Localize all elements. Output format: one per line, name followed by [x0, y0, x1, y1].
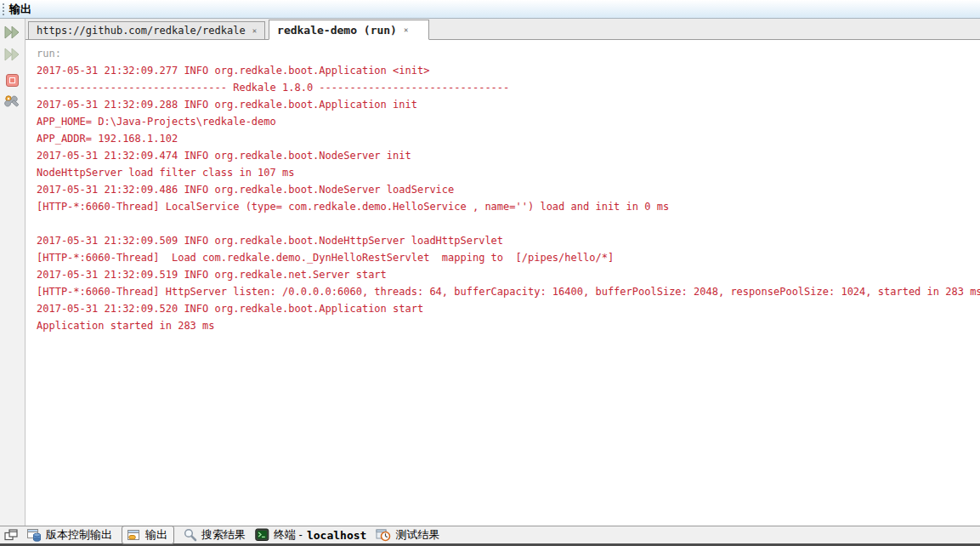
wrench-settings-icon: [4, 94, 21, 111]
tab-redkale-demo-run[interactable]: redkale-demo (run) ✕: [269, 20, 429, 40]
console-line: 2017-05-31 21:32:09.288 INFO org.redkale…: [37, 96, 980, 113]
view-output-selected[interactable]: 输出: [122, 526, 174, 544]
double-arrow-rerun-icon: [3, 25, 22, 40]
vcs-output-label: 版本控制输出: [46, 527, 112, 543]
tab-bar: https://github.com/redkale/redkale ✕ red…: [25, 19, 980, 40]
terminal-icon: [255, 528, 269, 542]
terminal-label: 终端 -: [274, 527, 303, 543]
view-search-results[interactable]: 搜索结果: [184, 527, 246, 543]
stop-icon: [6, 74, 19, 87]
rerun-stopped-button[interactable]: [3, 45, 23, 64]
console-line: Application started in 283 ms: [37, 317, 980, 334]
float-window-button[interactable]: [4, 529, 18, 541]
console-line: 2017-05-31 21:32:09.509 INFO org.redkale…: [37, 232, 980, 249]
console-line: 2017-05-31 21:32:09.474 INFO org.redkale…: [37, 147, 980, 164]
console-line: run:: [37, 45, 980, 62]
console-line: ------------------------------- Redkale …: [37, 79, 980, 96]
tab-label: https://github.com/redkale/redkale: [37, 25, 246, 37]
console-line: [37, 215, 980, 232]
tab-github-url[interactable]: https://github.com/redkale/redkale ✕: [28, 21, 265, 39]
output-view-icon: [127, 528, 141, 542]
console-line: 2017-05-31 21:32:09.277 INFO org.redkale…: [37, 62, 980, 79]
view-vcs-output[interactable]: 版本控制输出: [27, 527, 112, 543]
rerun-button[interactable]: [3, 23, 23, 42]
console-line: APP_ADDR= 192.168.1.102: [37, 130, 980, 147]
console-line: 2017-05-31 21:32:09.486 INFO org.redkale…: [37, 181, 980, 198]
console-line: 2017-05-31 21:32:09.520 INFO org.redkale…: [37, 300, 980, 317]
search-icon: [184, 528, 197, 542]
output-window: 输出: [0, 0, 980, 546]
output-panel-header: 输出: [0, 0, 980, 19]
close-icon[interactable]: ✕: [252, 26, 257, 35]
terminal-host-label: localhost: [307, 529, 366, 542]
console-action-rail: [0, 19, 25, 526]
close-icon[interactable]: ✕: [404, 26, 408, 34]
view-terminal-localhost[interactable]: 终端 - localhost: [255, 527, 366, 543]
panel-title: 输出: [9, 2, 31, 17]
drag-grip-icon[interactable]: [3, 3, 4, 15]
console-line: 2017-05-31 21:32:09.519 INFO org.redkale…: [37, 266, 980, 283]
console-line: NodeHttpServer load filter class in 107 …: [37, 164, 980, 181]
settings-button[interactable]: [3, 93, 23, 111]
console-line: [HTTP-*:6060-Thread] HttpServer listen: …: [37, 283, 980, 300]
console-line: APP_HOME= D:\Java-Projects\redkale-demo: [37, 113, 980, 130]
dock-windows-icon: [4, 529, 18, 541]
console-line: [HTTP-*:6060-Thread] Load com.redkale.de…: [37, 249, 980, 266]
test-results-icon: [376, 528, 391, 542]
status-bar: 版本控制输出 输出 搜索结果 终端 -: [0, 526, 980, 546]
view-test-results[interactable]: 测试结果: [376, 527, 439, 543]
console-line: [HTTP-*:6060-Thread] LocalService (type=…: [37, 198, 980, 215]
stop-button[interactable]: [3, 71, 23, 89]
output-view-label: 输出: [145, 527, 167, 543]
search-results-label: 搜索结果: [201, 527, 246, 543]
double-arrow-rerun-disabled-icon: [3, 47, 22, 62]
test-results-label: 测试结果: [395, 527, 439, 543]
vcs-output-icon: [27, 528, 42, 542]
tab-label: redkale-demo (run): [277, 24, 397, 37]
console-output[interactable]: run:2017-05-31 21:32:09.277 INFO org.red…: [25, 40, 980, 526]
